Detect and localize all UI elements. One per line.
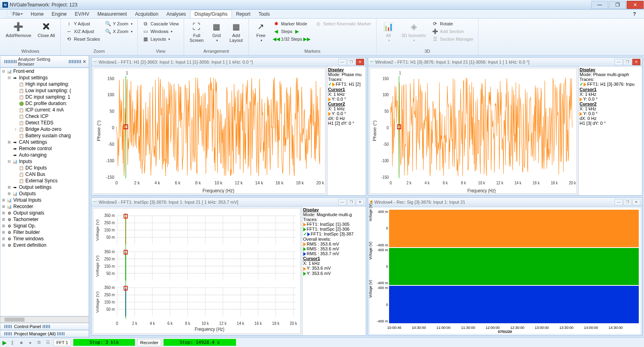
window1-max[interactable]: ❐ [347,59,355,65]
tree-item[interactable]: ⊟📊Inputs [0,158,89,165]
tree-item[interactable]: ➡Remote control [0,145,89,152]
stop-button[interactable]: ■ [18,339,25,346]
window1-close[interactable]: ✕ [356,59,364,65]
control-panel-bar[interactable]: Control Panel [0,323,89,330]
tree-item[interactable]: 📋DC Inputs [0,165,89,171]
menu-analyses[interactable]: Analyses [162,10,190,18]
copy-button[interactable]: ⧉ [36,339,42,346]
steps-button[interactable]: ◀Steps▶ [271,28,312,35]
layouts-button[interactable]: ▦Layouts [141,35,180,43]
tree-item[interactable]: ⊞📊Outputs [0,190,89,197]
tree-item[interactable]: 📋CAN Bus [0,171,89,178]
window2-plot[interactable]: 1 Phase (°) Frequency (Hz) 150100500-50-… [370,68,577,194]
svg-text:50 m: 50 m [106,307,115,312]
window1-min[interactable]: — [338,59,346,65]
window1-plot[interactable]: 1 Phase (°) Frequency (Hz) 150100500-50-… [93,68,325,194]
tree-item[interactable]: ⊞⚙Tachometer [0,216,89,223]
tree-item[interactable]: ⊞➡Output settings [0,184,89,190]
tree-item[interactable]: 📋High input sampling: [0,81,89,87]
list-button[interactable]: ☰ [45,339,51,346]
tree-item[interactable]: i📋Bridge Auto-zero [0,126,89,132]
window4-min[interactable]: — [615,199,623,205]
rotate-button[interactable]: ⟳Rotate [430,20,475,27]
window2-icon: 〰 [370,60,374,64]
tree-item[interactable]: 📋DC input sampling: 1 [0,94,89,100]
svg-text:2 k: 2 k [406,180,412,185]
tree-item[interactable]: 📋Low input sampling: ( [0,87,89,94]
menu-home[interactable]: Home [27,10,48,18]
windows-view-button[interactable]: ▭Windows [141,28,180,35]
tree-item[interactable]: ⊟📊Front-end [0,68,89,74]
add-layout-button[interactable]: ▦Add Layout [227,20,245,43]
free-marker-button[interactable]: ↗Free [252,20,270,43]
menu-acquisition[interactable]: Acquisition [131,10,162,18]
tree-item[interactable]: ⊟➡Input settings [0,74,89,81]
tree-item[interactable]: ⊞⚙Filter builder [0,229,89,235]
window3-title: Window3 - FFT1: InstSpc [3]-3876: Input … [99,200,238,204]
svg-text:-100: -100 [381,158,389,163]
sidebar-close-button[interactable]: ✕ [83,59,86,64]
window3-min[interactable]: — [338,199,346,205]
tree-item[interactable]: 📋ICP current: 4 mA [0,107,89,113]
project-manager-bar[interactable]: Project Manager (All) [0,330,89,337]
maximize-button[interactable]: ❐ [609,1,626,9]
sidebar-hscroll[interactable] [0,316,89,323]
tree-item[interactable]: 📋Check ICP [0,113,89,120]
help-button[interactable]: ? [629,10,640,18]
menu-tools[interactable]: Tools [255,10,274,18]
tree-item[interactable]: 📋Detect TEDS [0,120,89,126]
y-zoom-button[interactable]: 🔍Y Zoom [103,20,134,27]
play-button[interactable]: ▶ [2,339,7,346]
pause-button[interactable]: ‖ [9,339,16,346]
tree[interactable]: ⊟📊Front-end⊟➡Input settings📋High input s… [0,68,89,316]
svg-text:Frequency (Hz): Frequency (Hz) [203,188,234,193]
tree-item[interactable]: ⊞⚙Signal Op. [0,223,89,229]
tree-item[interactable]: 📋External Syncs [0,178,89,184]
close-all-button[interactable]: 🗙Close All [35,20,58,39]
window2-max[interactable]: ❐ [623,59,632,65]
tree-item[interactable]: ⊞⚙Time windows [0,235,89,242]
menu-file[interactable]: 📄 File [2,10,27,18]
window3-info: Display Mode: Magnitude multi-g Traces: … [302,207,366,335]
next-fast-icon: ▶▶ [304,36,310,42]
y-adjust-button[interactable]: ↕Y Adjust [64,20,101,27]
marker-mode-button[interactable]: ✱Marker Mode [271,20,312,27]
tree-item[interactable]: ⊞⚙Output signals [0,210,89,216]
add-remove-button[interactable]: ➕Add/Remove [3,20,34,39]
svg-text:150 m: 150 m [104,264,115,269]
menu-display-graphs[interactable]: Display/Graphs [190,10,232,18]
close-button[interactable]: ✕ [627,1,644,9]
tree-item[interactable]: 🟢DC profile duration: [0,100,89,107]
reset-scales-button[interactable]: ⟲Reset Scales [64,35,101,43]
minimize-button[interactable]: — [591,1,608,9]
steps32-button[interactable]: ◀◀1/32 Steps▶▶ [271,35,312,43]
window3-close[interactable]: ✕ [356,199,364,205]
svg-text:10 k: 10 k [214,180,222,185]
window4: ✱Window4 - Rec: Sig [3]-3876: Input 1: I… [368,197,643,336]
free-marker-icon: ↗ [255,21,267,32]
window2-min[interactable]: — [615,59,623,65]
window4-close[interactable]: ✕ [632,199,640,205]
x-zoom-button[interactable]: 🔍X Zoom [103,28,134,35]
menu-report[interactable]: Report [232,10,255,18]
svg-text:6 k: 6 k [443,180,448,185]
tree-item[interactable]: ⊞⚙Event definition [0,242,89,248]
record-button[interactable]: ● [27,339,33,346]
cascade-view-button[interactable]: ⧉Cascade View [141,20,180,27]
xz-adjust-button[interactable]: ↔X/Z Adjust [64,28,101,35]
window4-max[interactable]: ❐ [623,199,632,205]
tree-item[interactable]: ⊞➡CAN settings [0,139,89,145]
window2-close[interactable]: ✕ [632,59,640,65]
tree-item[interactable]: 📋Battery sustain charg [0,132,89,139]
window3-max[interactable]: ❐ [347,199,355,205]
tree-item[interactable]: ⊞📊Recorder [0,203,89,210]
menu-evhv[interactable]: EV/HV [71,10,93,18]
grid-button[interactable]: ▦Grid [208,20,226,43]
tree-item[interactable]: ➡Auto-ranging [0,152,89,158]
full-screen-button[interactable]: ⛶Full Screen [187,20,206,43]
menu-engine[interactable]: Engine [48,10,70,18]
tree-item[interactable]: ⊞📊Virtual Inputs [0,197,89,203]
window3-plot[interactable]: Frequency (Hz) 350 m250 m150 m50 mVoltag… [93,208,300,334]
window4-plot[interactable]: Voltage (V)400 m0-400 m Voltage (V)400 m… [370,208,641,334]
menu-measurement[interactable]: Measurement [93,10,131,18]
